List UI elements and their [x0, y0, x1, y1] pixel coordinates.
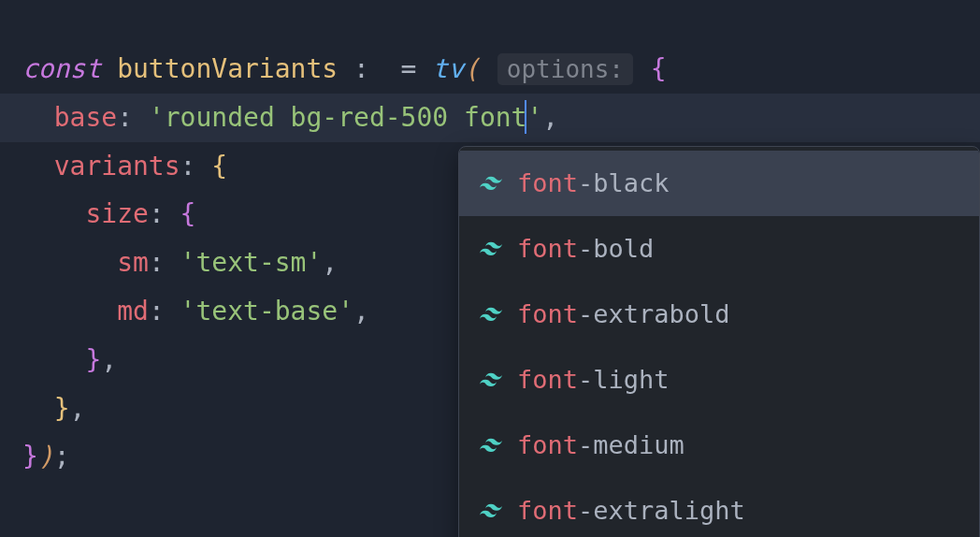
autocomplete-item-font-extrabold[interactable]: font-extrabold — [459, 282, 979, 347]
autocomplete-label: font-extralight — [517, 487, 745, 534]
autocomplete-item-font-extralight[interactable]: font-extralight — [459, 478, 979, 537]
property-base: base — [54, 102, 117, 133]
autocomplete-label: font-medium — [517, 422, 685, 469]
tailwind-icon — [480, 434, 502, 457]
code-line-2: base: 'rounded bg-red-500 font', — [22, 94, 958, 142]
autocomplete-popup[interactable]: font-blackfont-boldfont-extraboldfont-li… — [458, 146, 980, 537]
code-editor[interactable]: const buttonVariants : = tv( options: { … — [0, 0, 980, 481]
function-tv: tv — [432, 53, 464, 84]
autocomplete-item-font-light[interactable]: font-light — [459, 347, 979, 413]
identifier-buttonvariants: buttonVariants — [117, 53, 338, 84]
tailwind-icon — [480, 369, 502, 391]
property-size: size — [85, 198, 148, 229]
autocomplete-item-font-medium[interactable]: font-medium — [459, 413, 979, 478]
tailwind-icon — [480, 303, 502, 326]
string-text-sm: 'text-sm' — [180, 247, 323, 278]
autocomplete-label: font-extrabold — [517, 291, 730, 338]
code-line-1: const buttonVariants : = tv( options: { — [22, 45, 958, 94]
keyword-const: const — [22, 53, 101, 84]
autocomplete-item-font-bold[interactable]: font-bold — [459, 216, 979, 282]
string-text-base: 'text-base' — [180, 296, 353, 327]
tailwind-icon — [480, 172, 502, 195]
property-md: md — [117, 296, 149, 327]
autocomplete-label: font-light — [517, 356, 670, 403]
autocomplete-label: font-black — [517, 160, 670, 207]
inlay-hint-options: options: — [497, 53, 633, 85]
string-base-value: 'rounded bg-red-500 font — [149, 102, 527, 133]
tailwind-icon — [480, 238, 502, 260]
autocomplete-item-font-black[interactable]: font-black — [459, 151, 979, 216]
property-sm: sm — [117, 247, 149, 278]
property-variants: variants — [54, 151, 180, 181]
tailwind-icon — [480, 500, 502, 522]
autocomplete-label: font-bold — [517, 225, 654, 272]
